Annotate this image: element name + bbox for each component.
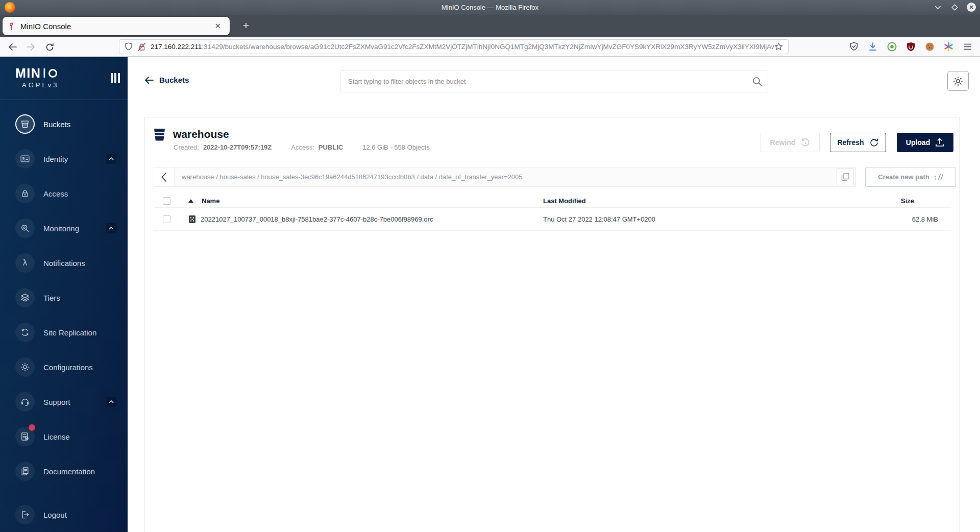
sidebar-item-label: Notifications <box>43 259 85 268</box>
license-tag: AGPLv3 <box>22 81 59 89</box>
minio-logo: MINIO <box>15 66 57 81</box>
name-column-header[interactable]: Name <box>179 197 543 205</box>
select-all-checkbox[interactable] <box>163 197 170 205</box>
back-to-buckets-link[interactable]: Buckets <box>144 76 189 84</box>
back-button[interactable] <box>6 41 18 53</box>
maximize-icon[interactable] <box>950 3 959 12</box>
insecure-lock-icon[interactable] <box>137 42 146 52</box>
upload-icon <box>935 138 944 147</box>
minimize-icon[interactable] <box>933 3 942 12</box>
search-input[interactable] <box>340 70 768 92</box>
refresh-label: Refresh <box>837 138 864 147</box>
bucket-icon <box>154 128 165 141</box>
create-new-path-button[interactable]: Create new path <box>865 167 956 187</box>
tab-close-icon[interactable]: ✕ <box>212 20 224 32</box>
bucket-usage-summary: 12.6 GiB - 558 Objects <box>362 143 430 151</box>
access-label: Access: <box>291 143 314 151</box>
object-size: 62.8 MiB <box>829 215 951 223</box>
sidebar-item-notifications[interactable]: λ Notifications <box>0 246 128 280</box>
window-controls: ✕ <box>933 3 976 12</box>
monitoring-icon <box>15 219 35 238</box>
sidebar-item-label: Site Replication <box>43 328 96 337</box>
chevron-up-icon[interactable] <box>106 223 116 233</box>
window-title: MinIO Console — Mozilla Firefox <box>0 4 980 11</box>
bookmark-star-icon[interactable] <box>774 42 783 51</box>
cookie-icon[interactable] <box>924 40 935 53</box>
sidebar-logo-block: MINIO AGPLv3 <box>0 57 128 100</box>
logo-min: MIN <box>15 66 41 81</box>
reload-button[interactable] <box>43 41 56 53</box>
sidebar-item-configurations[interactable]: Configurations <box>0 350 128 384</box>
sidebar-item-support[interactable]: Support <box>0 384 128 419</box>
select-all-cell <box>154 197 179 205</box>
gear-icon <box>952 76 964 87</box>
object-name-cell[interactable]: 20221027_100737_00018_b8xji-7581bae2-377… <box>179 215 543 224</box>
rewind-button[interactable]: Rewind <box>761 133 820 152</box>
url-host: 217.160.222.211 <box>151 43 202 51</box>
sidebar-item-label: Configurations <box>43 363 93 372</box>
sidebar-item-tiers[interactable]: Tiers <box>0 280 128 315</box>
search-icon <box>752 77 762 86</box>
sidebar-item-label: Tiers <box>43 294 60 302</box>
sidebar-item-logout[interactable]: Logout <box>0 497 128 532</box>
sidebar-collapse-icon[interactable] <box>111 73 120 83</box>
orc-file-icon <box>188 215 196 224</box>
row-checkbox[interactable] <box>163 215 170 223</box>
sidebar-item-label: Logout <box>43 511 67 519</box>
sidebar-item-label: Identity <box>43 155 68 163</box>
breadcrumb-back-button[interactable] <box>154 167 175 186</box>
toolbar-extensions <box>848 40 973 53</box>
gear-icon <box>15 357 35 377</box>
object-row[interactable]: 20221027_100737_00018_b8xji-7581bae2-377… <box>154 208 951 231</box>
sidebar-item-monitoring[interactable]: Monitoring <box>0 211 128 246</box>
sidebar-item-label: Support <box>43 398 70 406</box>
copy-path-button[interactable] <box>837 168 854 185</box>
colorful-asterisk-extension-icon[interactable] <box>943 40 954 53</box>
sidebar-item-access[interactable]: Access <box>0 176 128 211</box>
forward-button[interactable] <box>24 41 37 53</box>
rewind-icon <box>800 138 810 148</box>
modified-column-header[interactable]: Last Modified <box>543 197 829 205</box>
ublock-shield-icon[interactable] <box>905 40 916 53</box>
sidebar-item-identity[interactable]: Identity <box>0 141 128 176</box>
privacy-extension-icon[interactable] <box>886 40 897 53</box>
sidebar-item-documentation[interactable]: Documentation <box>0 454 128 489</box>
breadcrumb-path[interactable]: warehouse / house-sales / house_sales-3e… <box>182 173 837 181</box>
bucket-settings-button[interactable] <box>947 71 969 91</box>
browser-tab[interactable]: MinIO Console ✕ <box>3 17 230 35</box>
bucket-browser-card: warehouse Created: 2022-10-27T09:57:19Z … <box>144 117 960 532</box>
access-value[interactable]: PUBLIC <box>318 143 343 151</box>
lambda-icon: λ <box>15 253 35 273</box>
tracking-shield-icon[interactable] <box>125 42 133 51</box>
sidebar-item-buckets[interactable]: Buckets <box>0 107 128 141</box>
shield-check-icon[interactable] <box>848 40 860 53</box>
new-tab-button[interactable]: + <box>239 19 253 33</box>
object-name: 20221027_100737_00018_b8xji-7581bae2-377… <box>201 215 433 223</box>
breadcrumb-bar: warehouse / house-sales / house_sales-3e… <box>154 167 856 187</box>
refresh-button[interactable]: Refresh <box>830 133 886 152</box>
url-text: 217.160.222.211:31429/buckets/warehouse/… <box>151 43 774 51</box>
sidebar-item-label: Access <box>43 189 68 198</box>
minio-console-app: MINIO AGPLv3 Buckets Identity Access Mon… <box>0 57 980 532</box>
hamburger-menu-icon[interactable] <box>962 40 973 53</box>
main-content: Buckets warehouse Created: 2022-10-27T09… <box>128 57 980 532</box>
logout-icon <box>15 505 35 524</box>
upload-button[interactable]: Upload <box>897 133 953 152</box>
close-icon[interactable]: ✕ <box>967 3 976 12</box>
sidebar-item-site-replication[interactable]: Site Replication <box>0 315 128 350</box>
url-bar[interactable]: 217.160.222.211:31429/buckets/warehouse/… <box>119 39 789 54</box>
download-icon[interactable] <box>867 40 878 53</box>
chevron-up-icon[interactable] <box>106 397 116 407</box>
sidebar-item-label: Buckets <box>43 120 70 129</box>
chevron-up-icon[interactable] <box>106 154 116 164</box>
sidebar-item-license[interactable]: License <box>0 419 128 454</box>
url-path: :31429/buckets/warehouse/browse/aG91c2Ut… <box>202 43 774 51</box>
browser-toolbar: 217.160.222.211:31429/buckets/warehouse/… <box>0 37 980 57</box>
svg-text:λ: λ <box>23 258 28 268</box>
bucket-icon <box>15 114 35 134</box>
size-column-header[interactable]: Size <box>829 197 951 205</box>
copy-icon <box>841 173 849 181</box>
search-box <box>340 70 768 92</box>
create-path-label: Create new path <box>878 173 929 181</box>
headset-icon <box>15 392 35 412</box>
